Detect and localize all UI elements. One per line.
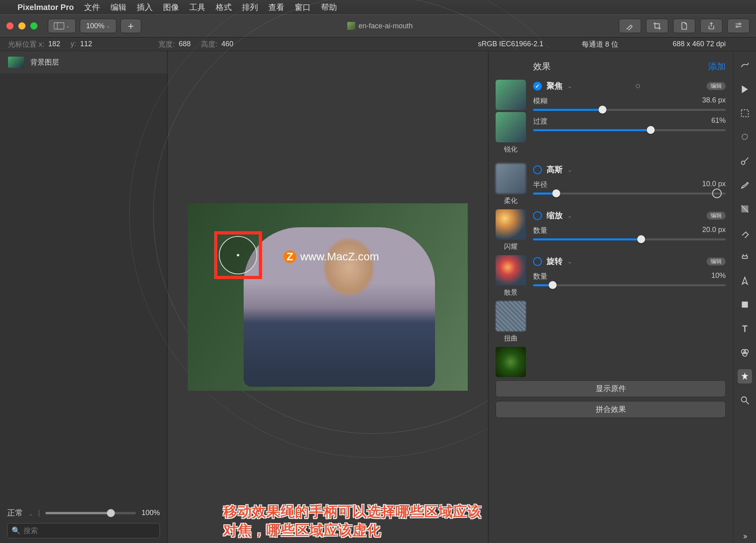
show-original-button[interactable]: 显示原件 (496, 380, 726, 397)
layer-search-input[interactable]: 🔍 搜索 (7, 523, 160, 538)
type-tool[interactable] (738, 321, 752, 336)
opacity-slider[interactable] (45, 512, 136, 514)
effects-tool[interactable] (738, 369, 752, 384)
preset-thumb-soften[interactable] (496, 163, 526, 194)
preset-label-distort: 扭曲 (504, 334, 518, 343)
spin-edit-button[interactable]: 编辑 (707, 258, 726, 266)
tool-rail: ›› (733, 51, 756, 543)
style-tool[interactable] (738, 58, 752, 73)
marquee-tool[interactable] (738, 106, 752, 120)
preset-thumb-kaleidoscope[interactable] (496, 347, 526, 377)
layer-row[interactable]: 背景图层 (0, 51, 167, 73)
transition-slider[interactable] (533, 129, 726, 131)
menu-arrange[interactable]: 排列 (242, 2, 258, 13)
menu-format[interactable]: 格式 (216, 2, 232, 13)
preset-label-bokeh: 散景 (504, 288, 518, 297)
blur-value: 38.6 px (702, 96, 726, 106)
focus-checkbox[interactable] (533, 82, 542, 90)
cursor-y-value: 112 (80, 40, 92, 48)
svg-point-8 (741, 161, 745, 165)
transition-value: 61% (711, 116, 726, 126)
spin-amount-slider[interactable] (533, 284, 726, 286)
window-controls (6, 22, 37, 30)
chevron-down-icon[interactable]: ⌄ (567, 167, 572, 173)
effect-rope-handle[interactable] (219, 236, 257, 274)
zoom-edit-button[interactable]: 编辑 (707, 212, 726, 220)
close-window-button[interactable] (6, 22, 14, 30)
zoom-amount-slider[interactable] (533, 238, 726, 240)
gaussian-checkbox[interactable] (533, 165, 542, 174)
flatten-effects-button[interactable]: 拼合效果 (496, 401, 726, 418)
minimize-window-button[interactable] (18, 22, 26, 30)
preset-label-flare: 闪耀 (504, 242, 518, 251)
effects-add-button[interactable]: 添加 (708, 61, 726, 73)
sidebar-toggle-button[interactable]: ⌄ (48, 19, 76, 33)
color-select-tool[interactable] (738, 154, 752, 168)
preset-thumb-flare[interactable] (496, 209, 526, 240)
svg-rect-11 (742, 301, 748, 307)
document-icon (347, 22, 355, 30)
zoom-checkbox[interactable] (533, 211, 542, 220)
status-bar: 光标位置 x: 182 y: 112 宽度: 688 高度: 460 sRGB … (0, 37, 756, 51)
arrange-tool[interactable] (738, 82, 752, 96)
repair-tool[interactable] (738, 250, 752, 264)
canvas-image[interactable]: Z www.MacZ.com (188, 203, 468, 391)
chevron-down-icon[interactable]: ⌄ (567, 83, 572, 89)
spin-amount-label: 数量 (533, 272, 547, 281)
preset-thumb-bokeh[interactable] (496, 255, 526, 285)
canvas-area[interactable]: Z www.MacZ.com 移动效果绳的手柄可以选择哪些区域应该对焦，哪些区域… (167, 51, 488, 543)
menu-file[interactable]: 文件 (84, 2, 100, 13)
paint-tool[interactable] (738, 178, 752, 192)
add-button[interactable]: + (120, 19, 141, 33)
blend-mode-select[interactable]: 正常 ⌄ (7, 508, 33, 518)
menu-tools[interactable]: 工具 (189, 2, 205, 13)
gaussian-effect-title[interactable]: 高斯 (547, 164, 563, 175)
layer-thumbnail (8, 57, 24, 68)
color-adjust-tool[interactable] (738, 345, 752, 360)
focus-edit-button[interactable]: 编辑 (707, 82, 726, 90)
fullscreen-window-button[interactable] (30, 22, 37, 30)
color-picker-button[interactable] (619, 19, 641, 33)
blur-label: 模糊 (533, 96, 547, 106)
app-name[interactable]: Pixelmator Pro (18, 3, 74, 12)
menu-view[interactable]: 查看 (268, 2, 284, 13)
spin-checkbox[interactable] (533, 257, 542, 266)
shape-tool[interactable] (738, 297, 752, 312)
system-menubar: Pixelmator Pro 文件 编辑 插入 图像 工具 格式 排列 查看 窗… (0, 0, 756, 14)
radius-slider[interactable] (533, 193, 726, 195)
opacity-value: 100% (142, 509, 160, 517)
share-button[interactable] (700, 19, 723, 33)
effects-header: 效果 (533, 61, 551, 73)
focus-rope-handle-icon[interactable] (636, 84, 640, 88)
spin-effect-title[interactable]: 旋转 (547, 256, 563, 267)
blur-slider[interactable] (533, 109, 726, 111)
zoom-effect-title[interactable]: 缩放 (547, 210, 563, 221)
erase-tool[interactable] (738, 226, 752, 240)
zoom-tool[interactable] (738, 393, 752, 407)
menu-insert[interactable]: 插入 (137, 2, 153, 13)
zoom-amount-label: 数量 (533, 226, 547, 235)
focus-effect-title[interactable]: 聚焦 (547, 81, 563, 91)
layers-panel: 背景图层 正常 ⌄ | 100% 🔍 搜索 (0, 51, 167, 543)
menu-window[interactable]: 窗口 (295, 2, 311, 13)
chevron-down-icon[interactable]: ⌄ (567, 212, 572, 219)
chevron-down-icon[interactable]: ⌄ (567, 258, 572, 265)
zoom-dropdown[interactable]: 100%⌄ (80, 19, 116, 33)
pen-tool[interactable] (738, 273, 752, 288)
free-select-tool[interactable] (738, 130, 752, 144)
cursor-y-label: y: (71, 40, 76, 48)
menu-help[interactable]: 帮助 (321, 2, 337, 13)
sliders-button[interactable] (727, 19, 750, 33)
preset-thumb-none[interactable] (496, 80, 526, 110)
watermark: Z www.MacZ.com (284, 250, 379, 263)
preset-thumb-sharpen[interactable] (496, 112, 526, 142)
menu-image[interactable]: 图像 (163, 2, 179, 13)
more-tools[interactable]: ›› (738, 529, 752, 543)
new-doc-button[interactable] (673, 19, 695, 33)
menu-edit[interactable]: 编辑 (110, 2, 126, 13)
transition-label: 过渡 (533, 116, 547, 126)
preset-thumb-distort[interactable] (496, 301, 526, 331)
crop-button[interactable] (646, 19, 668, 33)
gradient-tool[interactable] (738, 202, 752, 216)
radius-value: 10.0 px (702, 180, 726, 189)
